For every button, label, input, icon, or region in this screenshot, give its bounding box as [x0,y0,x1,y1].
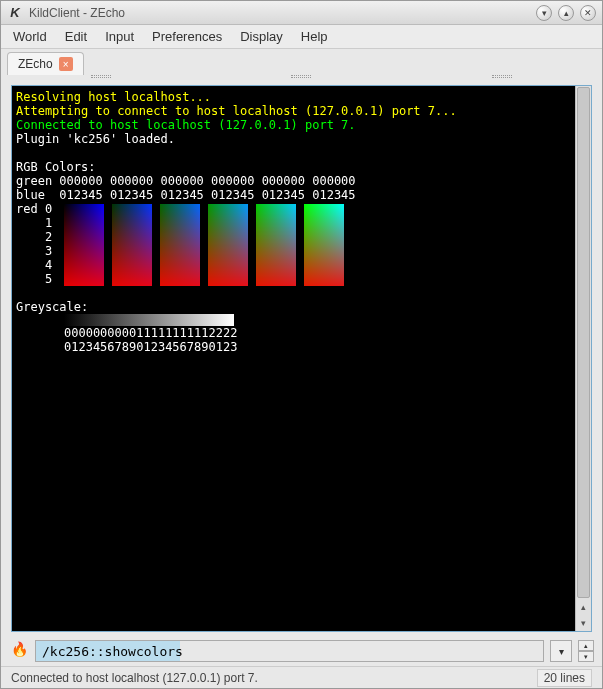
history-dropdown-button[interactable]: ▾ [550,640,572,662]
menu-input[interactable]: Input [97,27,142,46]
terminal-line: Resolving host localhost... [16,90,571,104]
close-button[interactable]: ✕ [580,5,596,21]
color-cube [160,204,200,286]
tab-close-icon[interactable]: × [59,57,73,71]
tab-label: ZEcho [18,57,53,71]
greyscale-label: Greyscale: [16,300,571,314]
scrollbar[interactable]: ▴ ▾ [575,86,591,631]
greyscale-gradient [64,314,234,326]
color-cube [304,204,344,286]
tab-zecho[interactable]: ZEcho × [7,52,84,75]
tabbar: ZEcho × [1,49,602,75]
terminal-line [16,146,571,160]
menu-help[interactable]: Help [293,27,336,46]
menu-preferences[interactable]: Preferences [144,27,230,46]
step-up-icon[interactable]: ▴ [578,640,594,651]
pane-grip[interactable] [1,75,602,81]
menu-world[interactable]: World [5,27,55,46]
menu-edit[interactable]: Edit [57,27,95,46]
minimize-button[interactable]: ▾ [536,5,552,21]
titlebar: K KildClient - ZEcho ▾ ▴ ✕ [1,1,602,25]
terminal-output[interactable]: Resolving host localhost...Attempting to… [12,86,575,631]
color-cube [208,204,248,286]
maximize-button[interactable]: ▴ [558,5,574,21]
command-input[interactable] [35,640,544,662]
scroll-up-icon[interactable]: ▴ [576,599,591,615]
scroll-down-icon[interactable]: ▾ [576,615,591,631]
window-title: KildClient - ZEcho [29,6,536,20]
lines-stepper[interactable]: ▴ ▾ [578,640,594,662]
color-cube [64,204,104,286]
menubar: World Edit Input Preferences Display Hel… [1,25,602,49]
terminal-line: Plugin 'kc256' loaded. [16,132,571,146]
terminal-line: Attempting to connect to host localhost … [16,104,571,118]
status-text: Connected to host localhost (127.0.0.1) … [11,671,258,685]
menu-display[interactable]: Display [232,27,291,46]
fire-icon[interactable]: 🔥 [9,641,29,661]
color-cube [112,204,152,286]
step-down-icon[interactable]: ▾ [578,651,594,662]
statusbar: Connected to host localhost (127.0.0.1) … [1,666,602,688]
greyscale-index-1: 000000000011111111112222 [64,326,571,340]
scroll-thumb[interactable] [577,87,590,598]
window-buttons: ▾ ▴ ✕ [536,5,596,21]
content-area: Resolving host localhost...Attempting to… [11,85,592,632]
app-icon: K [7,5,23,21]
greyscale-index-2: 012345678901234567890123 [64,340,571,354]
lines-count: 20 lines [537,669,592,687]
terminal-line: RGB Colors: [16,160,571,174]
terminal-line: Connected to host localhost (127.0.0.1) … [16,118,571,132]
input-row: 🔥 ▾ ▴ ▾ [1,636,602,666]
color-cube [256,204,296,286]
